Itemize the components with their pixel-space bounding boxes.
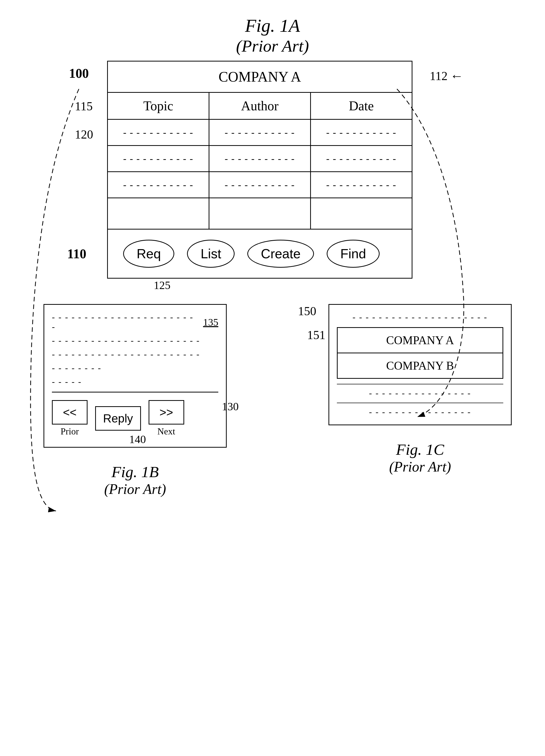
table-row-empty [108,198,412,229]
fig1c-inner-table: 151 COMPANY A COMPANY B [337,327,503,379]
cell-topic-2: - - - - - - - - - - - [108,146,209,171]
toolbar-row: 110 125 Req List Create Find [108,229,412,278]
dashes-short-1: - - - - - - - - [52,363,101,373]
dashes-long-1: - - - - - - - - - - - - - - - - - - - - … [52,312,198,332]
fig1b-row-3: - - - - - - - - - - - - - - - - - - - - … [52,350,218,359]
dashes-long-3: - - - - - - - - - - - - - - - - - - - - … [52,350,200,359]
col-author: Author [209,93,311,119]
label-110: 110 [67,246,86,261]
label-112: 112 ← [430,68,463,83]
next-label: Next [157,426,175,437]
label-115: 115 [75,99,93,113]
prior-btn-group: << Prior [52,400,87,437]
cell-author-1: - - - - - - - - - - - [209,120,311,145]
dashes-long-2: - - - - - - - - - - - - - - - - - - - - … [52,336,200,345]
fig1b-caption: Fig. 1B (Prior Art) [43,463,227,497]
fig1b-subtitle: (Prior Art) [43,481,227,497]
fig1b-content: - - - - - - - - - - - - - - - - - - - - … [52,312,218,387]
label-140: 140 [129,433,146,446]
label-120: 120 [75,127,93,141]
cell-empty-2 [209,198,311,229]
cell-empty-3 [311,198,412,229]
prior-button[interactable]: << [52,400,87,425]
fig1b-box: - - - - - - - - - - - - - - - - - - - - … [43,304,227,448]
fig1c-caption: Fig. 1C (Prior Art) [329,441,512,475]
fig1c-dashes-row-2: - - - - - - - - - - - - - - - - [337,403,503,417]
fig1b-separator [52,392,218,392]
next-btn-group: >> Next [148,400,184,437]
prior-label: Prior [61,426,79,437]
arrow-112-icon: ← [450,68,463,83]
company-a-header: COMPANY A [108,62,412,93]
company-b-row: COMPANY B [338,353,503,378]
fig1c-dashes-row-1: - - - - - - - - - - - - - - - - [337,384,503,398]
create-button[interactable]: Create [247,240,314,268]
label-100: 100 [69,66,89,81]
fig1c-bottom-dashes: - - - - - - - - - - - - - - - - - - - - … [337,384,503,417]
table-row: - - - - - - - - - - - - - - - - - - - - … [108,172,412,198]
cell-topic-1: - - - - - - - - - - - [108,120,209,145]
table-row: - - - - - - - - - - - - - - - - - - - - … [108,120,412,146]
lower-diagrams: - - - - - - - - - - - - - - - - - - - - … [43,304,514,497]
fig1b-row-2: - - - - - - - - - - - - - - - - - - - - … [52,336,218,345]
cell-author-2: - - - - - - - - - - - [209,146,311,171]
label-130: 130 [222,400,239,413]
cell-date-1: - - - - - - - - - - - [311,120,412,145]
fig1b-row-5: - - - - - [52,377,218,387]
fig1a-box: COMPANY A 115 Topic Author Date 120 [107,61,413,279]
label-151: 151 [307,328,326,342]
fig1c-box: - - - - - - - - - - - - - - - - - - - - … [329,304,512,425]
label-125: 125 [154,279,170,292]
find-button[interactable]: Find [327,240,379,268]
fig1b-container: - - - - - - - - - - - - - - - - - - - - … [43,304,227,497]
fig-title: Fig. 1A [0,15,545,36]
fig1a-diagram: 100 112 ← COMPANY A 115 Topic Author Dat… [31,61,514,497]
link-135[interactable]: 135 [203,316,218,328]
col-date: Date [311,93,412,119]
fig1c-subtitle: (Prior Art) [329,459,512,475]
cell-date-2: - - - - - - - - - - - [311,146,412,171]
req-button[interactable]: Req [123,240,174,268]
dashes-tiny-1: - - - - - [52,377,82,386]
fig1c-container: 150 - - - - - - - - - - - - - - - - - - … [329,304,512,475]
fig1b-row-4: - - - - - - - - [52,363,218,373]
reply-btn-group: Reply 140 [95,406,141,431]
fig1b-title: Fig. 1B [43,463,227,481]
cell-author-3: - - - - - - - - - - - [209,172,311,198]
fig1c-top-dashes: - - - - - - - - - - - - - - - - - - - - … [337,312,503,322]
company-a-row: COMPANY A [338,328,503,353]
list-button[interactable]: List [187,240,234,268]
fig1b-row-1: - - - - - - - - - - - - - - - - - - - - … [52,312,218,332]
reply-button[interactable]: Reply [95,406,141,431]
table-row: - - - - - - - - - - - - - - - - - - - - … [108,146,412,172]
fig1a-container: 100 112 ← COMPANY A 115 Topic Author Dat… [107,61,413,279]
cell-topic-3: - - - - - - - - - - - [108,172,209,198]
data-rows: 120 - - - - - - - - - - - - - - - - - - … [108,120,412,229]
next-button[interactable]: >> [148,400,184,425]
cell-empty-1 [108,198,209,229]
label-150: 150 [298,304,316,318]
cell-date-3: - - - - - - - - - - - [311,172,412,198]
fig-subtitle: (Prior Art) [0,36,545,56]
page-title-area: Fig. 1A (Prior Art) [0,0,545,61]
fig1c-title: Fig. 1C [329,441,512,459]
fig1b-buttons: 130 << Prior Reply [52,398,218,439]
col-headers-row: 115 Topic Author Date [108,93,412,120]
col-topic: Topic [108,93,209,119]
